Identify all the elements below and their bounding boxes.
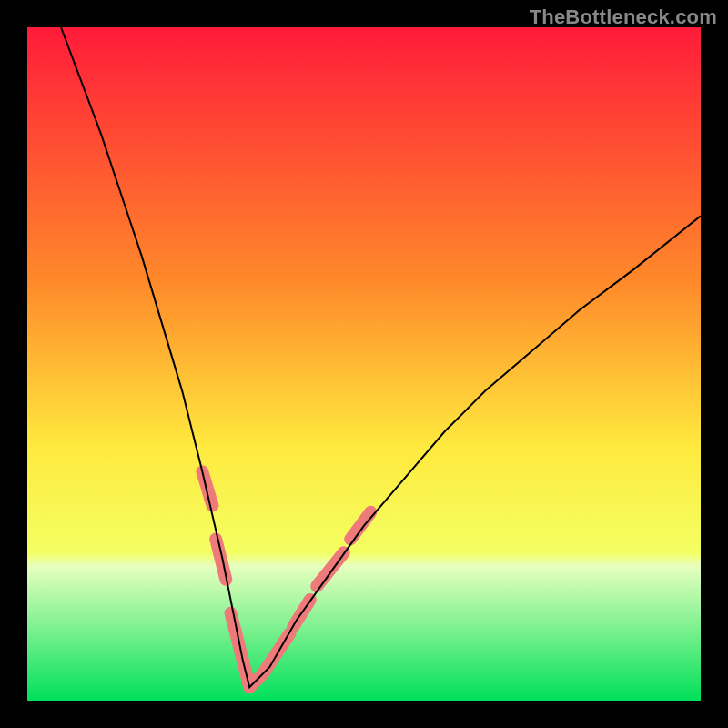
outer-frame: TheBottleneck.com <box>0 0 728 728</box>
plot-area <box>27 27 701 701</box>
gradient-background <box>27 27 701 701</box>
watermark-text: TheBottleneck.com <box>530 5 717 29</box>
chart-svg <box>27 27 701 701</box>
